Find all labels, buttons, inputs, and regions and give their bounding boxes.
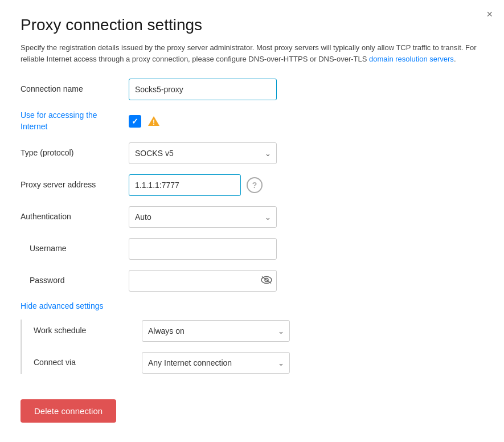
hide-advanced-link[interactable]: Hide advanced settings [21, 301, 104, 310]
password-row: Password [21, 269, 465, 292]
checkbox-area: ✓ ! [129, 114, 161, 128]
auth-select-wrapper: Auto None Username/Password ⌄ [129, 206, 277, 228]
connect-via-select-wrapper: Any Internet connection Wi-Fi only Ether… [142, 352, 290, 374]
work-schedule-select-wrapper: Always on Custom ⌄ [142, 320, 290, 342]
work-schedule-label: Work schedule [34, 325, 142, 337]
warning-triangle-svg: ! [147, 114, 161, 128]
description-text: Specify the registration details issued … [21, 42, 483, 64]
connection-name-label: Connection name [21, 84, 129, 95]
password-input[interactable] [129, 270, 277, 292]
toggle-password-button[interactable] [261, 276, 272, 286]
username-row: Username [21, 238, 465, 260]
proxy-settings-dialog: × Proxy connection settings Specify the … [0, 0, 504, 442]
delete-connection-button[interactable]: Delete connection [21, 399, 116, 423]
type-label: Type (protocol) [21, 148, 129, 159]
password-wrapper [129, 270, 277, 292]
password-label: Password [21, 275, 129, 287]
dialog-title: Proxy connection settings [21, 16, 483, 34]
svg-text:!: ! [153, 118, 155, 126]
use-for-internet-row: Use for accessing the Internet ✓ ! [21, 110, 465, 133]
connection-name-input[interactable] [129, 79, 277, 100]
checkmark-icon: ✓ [132, 117, 138, 126]
type-select-wrapper: SOCKS v5 SOCKS v4 HTTP HTTPS ⌄ [129, 142, 277, 164]
proxy-address-label: Proxy server address [21, 179, 129, 191]
advanced-section: Work schedule Always on Custom ⌄ Connect… [21, 320, 465, 374]
server-addr-area: ? [129, 174, 263, 196]
help-icon[interactable]: ? [247, 177, 263, 193]
authentication-row: Authentication Auto None Username/Passwo… [21, 206, 465, 228]
warning-icon: ! [147, 114, 161, 128]
form-section: Connection name Use for accessing the In… [21, 78, 465, 423]
close-button[interactable]: × [486, 9, 493, 19]
work-schedule-select[interactable]: Always on Custom [142, 320, 290, 342]
connect-via-select[interactable]: Any Internet connection Wi-Fi only Ether… [142, 352, 290, 374]
use-internet-checkbox[interactable]: ✓ [129, 115, 141, 128]
connection-name-row: Connection name [21, 78, 465, 101]
proxy-address-row: Proxy server address ? [21, 174, 465, 197]
description-period: . [454, 55, 456, 63]
type-select[interactable]: SOCKS v5 SOCKS v4 HTTP HTTPS [129, 142, 277, 164]
work-schedule-row: Work schedule Always on Custom ⌄ [34, 320, 465, 342]
username-label: Username [21, 243, 129, 255]
auth-select[interactable]: Auto None Username/Password [129, 206, 277, 228]
connect-via-row: Connect via Any Internet connection Wi-F… [34, 351, 465, 374]
connect-via-label: Connect via [34, 357, 142, 369]
type-row: Type (protocol) SOCKS v5 SOCKS v4 HTTP H… [21, 142, 465, 165]
eye-hidden-icon [261, 276, 272, 284]
authentication-label: Authentication [21, 211, 129, 223]
username-input[interactable] [129, 238, 277, 260]
dns-link[interactable]: domain resolution servers [369, 55, 454, 63]
proxy-address-input[interactable] [129, 174, 241, 196]
use-for-internet-label: Use for accessing the Internet [21, 110, 129, 132]
